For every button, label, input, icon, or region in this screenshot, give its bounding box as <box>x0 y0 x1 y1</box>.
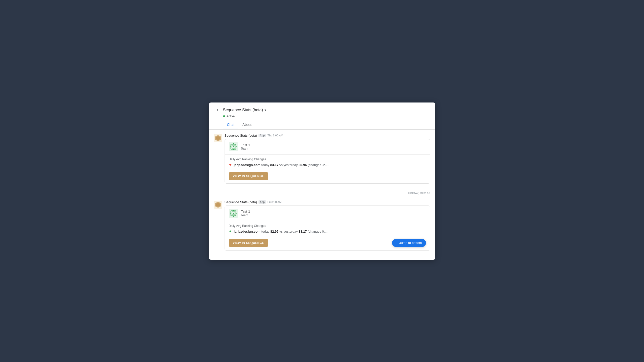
team-subtitle-1: Team <box>241 147 250 150</box>
card-body-1: Daily Avg Ranking Changes jarjasdesign.c… <box>225 154 430 170</box>
card-body-2: Daily Avg Ranking Changes jarjasdesign.c… <box>225 221 430 236</box>
window-title: Sequence Stats (beta) <box>223 108 263 112</box>
card-1: Test 1 Team Daily Avg Ranking Changes ja… <box>225 139 430 184</box>
message-content-1: Sequence Stats (beta) App Thu 8:00 AM <box>225 134 430 184</box>
ranking-yesterday-2: 83.17 <box>299 230 307 233</box>
chat-window: Sequence Stats (beta) ▾ Active Chat Abou… <box>209 102 435 260</box>
status-text: Active <box>227 115 235 118</box>
team-name-2: Test 1 <box>241 210 250 214</box>
sender-name-1: Sequence Stats (beta) <box>225 134 257 137</box>
team-info-1: Test 1 Team <box>241 143 250 150</box>
app-badge-2: App <box>259 200 266 204</box>
avatar-2 <box>214 201 222 209</box>
svg-point-6 <box>233 146 234 147</box>
card-2: Test 1 Team Daily Avg Ranking Changes ja… <box>225 205 430 251</box>
ranking-today-1: 83.17 <box>270 163 279 167</box>
app-badge-1: App <box>259 134 266 137</box>
changes-1: (changes -2.... <box>308 163 329 167</box>
card-footer-1: VIEW IN SEQUENCE <box>225 170 430 183</box>
status-dot <box>223 115 225 117</box>
timestamp-1: Thu 8:00 AM <box>267 134 283 137</box>
team-icon-2 <box>229 209 238 218</box>
jump-to-bottom-button[interactable]: ↓ Jump to bottom <box>392 239 426 247</box>
message-group-2: Sequence Stats (beta) App Fri 8:00 AM <box>214 200 430 251</box>
domain-1: jarjasdesign.com <box>234 163 261 167</box>
date-separator: FRIDAY, DEC 16 <box>214 189 430 197</box>
card-header-1: Test 1 Team <box>225 139 430 154</box>
dropdown-icon[interactable]: ▾ <box>265 108 266 112</box>
card-header-2: Test 1 Team <box>225 206 430 221</box>
message-group-1: Sequence Stats (beta) App Thu 8:00 AM <box>214 134 430 184</box>
team-info-2: Test 1 Team <box>241 210 250 217</box>
section-label-1: Daily Avg Ranking Changes <box>229 158 426 161</box>
team-name-1: Test 1 <box>241 143 250 147</box>
trend-up-icon-2 <box>229 230 232 232</box>
view-in-sequence-btn-2[interactable]: VIEW IN SEQUENCE <box>229 239 268 247</box>
tab-about[interactable]: About <box>238 121 256 129</box>
trend-down-icon-1 <box>229 164 232 166</box>
ranking-row-1: jarjasdesign.com today 83.17 vs yesterda… <box>229 163 426 167</box>
ranking-yesterday-1: 80.96 <box>299 163 307 167</box>
ranking-row-2: jarjasdesign.com today 82.96 vs yesterda… <box>229 230 426 233</box>
date-label: FRIDAY, DEC 16 <box>408 192 430 195</box>
svg-point-17 <box>233 213 234 214</box>
message-content-2: Sequence Stats (beta) App Fri 8:00 AM <box>225 200 430 251</box>
team-icon-1 <box>229 142 238 151</box>
sender-name-2: Sequence Stats (beta) <box>225 200 257 204</box>
tabs: Chat About <box>223 121 430 129</box>
jump-arrow-icon: ↓ <box>396 241 398 245</box>
timestamp-2: Fri 8:00 AM <box>267 200 281 203</box>
tab-chat[interactable]: Chat <box>223 121 239 129</box>
domain-2: jarjasdesign.com <box>234 230 261 233</box>
chat-area: Sequence Stats (beta) App Thu 8:00 AM <box>209 130 435 260</box>
jump-label: Jump to bottom <box>399 241 422 245</box>
changes-2: (changes 0.... <box>308 230 328 233</box>
card-footer-2: VIEW IN SEQUENCE ↓ Jump to bottom <box>225 236 430 250</box>
team-subtitle-2: Team <box>241 214 250 217</box>
ranking-text-1: today <box>261 163 270 167</box>
back-button[interactable] <box>214 107 221 114</box>
message-meta-1: Sequence Stats (beta) App Thu 8:00 AM <box>225 134 430 137</box>
message-meta-2: Sequence Stats (beta) App Fri 8:00 AM <box>225 200 430 204</box>
avatar-1 <box>214 134 222 142</box>
header: Sequence Stats (beta) ▾ Active Chat Abou… <box>209 102 435 130</box>
ranking-today-2: 82.96 <box>270 230 279 233</box>
section-label-2: Daily Avg Ranking Changes <box>229 224 426 228</box>
view-in-sequence-btn-1[interactable]: VIEW IN SEQUENCE <box>229 172 268 180</box>
